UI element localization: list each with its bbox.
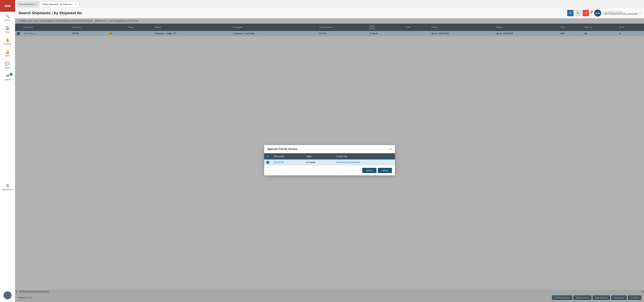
warning-icon: ⚠️ [5,38,10,42]
sidebar-item-label: Chats [5,67,10,69]
modal-close-button[interactable]: ✕ [389,148,392,151]
close-tab-icon[interactable]: ✕ [75,3,77,5]
modal-body: ✓ Movement State Create Org ✓ [264,153,395,165]
page-header: Search Shipments : by Shipment No ★ ↻ ✕ … [15,8,644,18]
header-right: ≡ one Transportation Manager ... TMS.TRA… [590,9,641,16]
sidebar-item-search[interactable]: 🔍 Search [0,12,15,24]
modal-create-org-link[interactable]: CustomerA [CustomerA] [336,161,360,163]
user-avatar-sidebar[interactable]: 👤 [4,291,12,299]
modal-title: Approve Carrier Invoice [267,148,298,151]
sidebar-item-label: Menus/Favs [2,189,12,191]
modal-row-create-org: CustomerA [CustomerA] [334,159,395,165]
modal-header-row: ✓ Movement State Create Org [264,153,395,159]
page-title: Search Shipments : by Shipment No [18,11,82,15]
sidebar-item-home[interactable]: 🏠 Home [0,24,15,35]
switch-icon: ⇄ [6,74,9,78]
modal-overlay: Approve Carrier Invoice ✕ ✓ Movement Sta… [15,18,644,302]
notification-dot [591,11,593,12]
chat-icon: 💬 [5,62,10,66]
modal-row-checkbox-cell[interactable]: ✓ [264,159,272,165]
logo-text: one [4,4,10,8]
user-avatar[interactable]: one [594,9,601,16]
menu-icon: ☰ [6,184,9,188]
user-role: TMS.TRANSPORTATION_MANAGER [603,13,638,15]
modal-footer: Submit Cancel [264,165,395,175]
tab-label: Search Shipments : by Shipment ... [42,3,74,5]
user-display-name: Transportation Manager ... [603,11,638,13]
close-button[interactable]: ✕ [582,10,589,16]
search-icon: 🔍 [5,14,10,18]
tab-neo-dashboard[interactable]: Neo Dashboard ✕ [17,1,39,7]
main-content: Neo Dashboard ✕ Search Shipments : by Sh… [15,0,644,302]
submit-button[interactable]: Submit [362,168,376,173]
sidebar-item-alerts[interactable]: 🔔 Alerts [0,47,15,59]
cancel-button[interactable]: Cancel [378,168,392,173]
modal-header: Approve Carrier Invoice ✕ [264,145,395,153]
sidebar-logo[interactable]: one [0,0,15,12]
sidebar-item-label: Switch [5,79,10,81]
content-area: 🔍 Filters (edit): [State: Draft,Awaiting… [15,18,644,302]
home-icon: 🏠 [5,26,10,30]
sidebar-item-label: Search [4,19,10,21]
approve-carrier-invoice-modal: Approve Carrier Invoice ✕ ✓ Movement Sta… [264,145,395,175]
modal-table: ✓ Movement State Create Org ✓ [264,153,395,165]
modal-row-movement: M-637708 [272,159,304,165]
sidebar-item-switch[interactable]: ⇄ Switch ⇄ [0,71,15,83]
modal-col-checkbox[interactable]: ✓ [264,153,272,159]
switch-badge: ⇄ [10,73,12,76]
modal-col-state[interactable]: State [304,153,334,159]
sidebar: one 🔍 Search 🏠 Home ⚠️ Problems 🔔 Alerts… [0,0,15,302]
modal-col-movement[interactable]: Movement [272,153,304,159]
sidebar-item-label: Alerts [5,55,10,57]
modal-table-row: ✓ M-637708 In Transit CustomerA [Custome… [264,159,395,165]
user-info: Transportation Manager ... TMS.TRANSPORT… [603,11,638,15]
tabbar: Neo Dashboard ✕ Search Shipments : by Sh… [15,0,644,8]
bell-icon: 🔔 [5,50,10,54]
avatar-text: one [596,12,600,14]
sidebar-item-label: Problems [4,43,11,45]
modal-movement-link[interactable]: M-637708 [274,161,284,163]
modal-col-create-org[interactable]: Create Org [334,153,395,159]
tab-label: Neo Dashboard [19,3,33,5]
user-dropdown-arrow[interactable]: ▾ [640,12,641,14]
sidebar-item-label: Home [5,31,10,33]
modal-row-state: In Transit [304,159,334,165]
sidebar-item-chats[interactable]: 💬 Chats [0,59,15,71]
close-tab-icon[interactable]: ✕ [34,3,36,5]
modal-row-checkbox[interactable]: ✓ [266,161,269,164]
modal-select-all[interactable]: ✓ [266,155,269,158]
tab-search-shipments[interactable]: Search Shipments : by Shipment ... ✕ [40,1,79,7]
refresh-button[interactable]: ↻ [575,10,581,16]
menu-button[interactable]: ≡ [590,11,592,15]
header-actions: ★ ↻ ✕ ≡ one Transportation Manager ... T… [567,9,641,16]
favorite-button[interactable]: ★ [567,10,574,16]
sidebar-item-menus[interactable]: ☰ Menus/Favs [0,181,15,193]
sidebar-item-problems[interactable]: ⚠️ Problems [0,35,15,47]
